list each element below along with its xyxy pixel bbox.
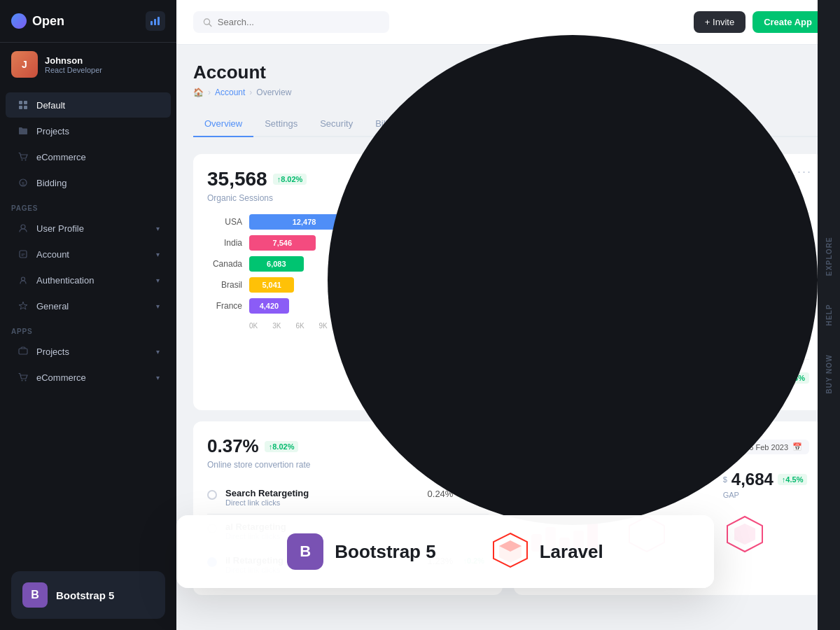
- tab-api-keys[interactable]: API Keys: [538, 111, 598, 137]
- tab-billing[interactable]: Billing: [364, 111, 411, 137]
- target-value-actual: 8,035: [633, 470, 675, 489]
- projects-app-icon: [17, 345, 29, 358]
- create-app-button[interactable]: Create App: [752, 11, 823, 33]
- nav-label-user-profile: User Profile: [36, 223, 84, 234]
- date-range: 18 Jan 2023 - 16 Feb 2023: [696, 443, 788, 451]
- stat-badge-social: ↑2.2%: [690, 174, 720, 185]
- nav-label-ecommerce: eCommerce: [36, 152, 86, 162]
- svg-text:May 26: May 26: [573, 290, 589, 296]
- stats-grid: ··· 35,568 ↑8.02% Organic Sessions USA 1…: [193, 154, 823, 410]
- instagram-badge: ↑8.3%: [779, 372, 809, 384]
- breadcrumb-account[interactable]: Account: [215, 88, 245, 97]
- svg-point-13: [22, 277, 25, 281]
- target-item-targets: $ 12,706 Targets for April: [528, 470, 614, 499]
- svg-text:May 10: May 10: [476, 290, 492, 296]
- topbar: + Invite Create App: [176, 0, 840, 45]
- tab-referrals[interactable]: Referrals: [479, 111, 539, 137]
- sidebar: Open J Johnson React Developer: [0, 0, 176, 630]
- youtube-badge: ↑4.1%: [779, 335, 809, 346]
- retargeting-item-search: Search Retargeting Direct link clicks 0.…: [207, 481, 489, 514]
- nav-item-bidding[interactable]: $ Bidding: [6, 170, 171, 195]
- svg-rect-38: [648, 301, 653, 303]
- svg-text:in: in: [644, 264, 650, 272]
- more-button-1[interactable]: ···: [370, 165, 384, 178]
- targets-title: Monthly Targets: [528, 435, 608, 447]
- nav-label-ecommerce-app: eCommerce: [36, 372, 86, 383]
- dribbble-value: 579: [753, 225, 769, 235]
- more-button-2[interactable]: ···: [584, 165, 598, 178]
- analytics-icon[interactable]: [146, 11, 165, 31]
- target-value-targets: 12,706: [536, 470, 587, 489]
- slack-icon: [635, 291, 660, 316]
- nav-item-projects[interactable]: Projects: [6, 118, 171, 144]
- svg-text:$: $: [22, 181, 24, 186]
- social-item-slack: Slack Messenger 794 ↑0.2%: [635, 286, 809, 323]
- topbar-right: + Invite Create App: [694, 11, 823, 33]
- stat-value-social: 5,037: [635, 168, 684, 190]
- stat-value-organic: 35,568: [207, 168, 267, 190]
- linkedin-badge: ↓0.4%: [779, 261, 809, 272]
- invite-button[interactable]: + Invite: [694, 11, 746, 33]
- social-list: Dribbble Community 579 ↑2.6% in Linked I…: [635, 211, 809, 396]
- tab-logs[interactable]: Logs: [598, 111, 640, 137]
- tab-security[interactable]: Security: [309, 111, 364, 137]
- user-info: Johnson React Developer: [45, 55, 102, 74]
- instagram-value: 1,458: [746, 373, 769, 384]
- account-icon: [17, 248, 29, 260]
- auth-icon: [17, 274, 29, 286]
- nav-item-ecommerce[interactable]: eCommerce: [6, 144, 171, 169]
- page-title: Account: [193, 62, 823, 83]
- bar-row-india: India 7,546: [207, 235, 382, 251]
- buy-now-label[interactable]: Buy now: [825, 354, 833, 394]
- bootstrap-name: Bootstrap 5: [335, 541, 435, 563]
- svg-point-11: [21, 225, 25, 229]
- bar-india: 7,546: [249, 235, 316, 251]
- bar-row-canada: Canada 6,083: [207, 256, 382, 272]
- explore-label[interactable]: Explore: [825, 237, 833, 276]
- nav-item-default[interactable]: Default: [6, 92, 171, 118]
- svg-rect-36: [648, 304, 650, 309]
- targets-row: $ 12,706 Targets for April $ 8,035 Actua…: [528, 470, 809, 499]
- nav-item-authentication[interactable]: Authentication ▾: [6, 267, 171, 293]
- stat-card-social-networks: ··· 5,037 ↑2.2% Visits by Social Network…: [621, 154, 823, 410]
- avatar: J: [11, 51, 38, 78]
- search-input[interactable]: [218, 17, 379, 27]
- line-chart-svg: 250 212.5 175 137.5 100: [421, 214, 595, 298]
- bar-brasil: 5,041: [249, 277, 294, 293]
- general-icon: [17, 300, 29, 312]
- more-button-3[interactable]: ···: [797, 165, 812, 178]
- help-label[interactable]: Help: [825, 304, 833, 326]
- logo-icon: [11, 13, 27, 29]
- nav-label-bidding: Bidding: [36, 178, 66, 188]
- nav-item-projects-app[interactable]: Projects ▾: [6, 339, 171, 364]
- tab-overview[interactable]: Overview: [193, 111, 253, 137]
- nav-item-user-profile[interactable]: User Profile ▾: [6, 216, 171, 241]
- right-sidebar: Explore Help Buy now: [818, 0, 840, 630]
- chevron-down-icon-5: ▾: [156, 348, 160, 356]
- rt-pct-search: 0.24%: [428, 489, 454, 499]
- svg-rect-4: [24, 101, 27, 104]
- chevron-down-icon: ▾: [156, 225, 160, 232]
- social-item-linkedin: in Linked In Social Media 1,088 ↓0.4%: [635, 248, 809, 286]
- target-label-targets: Targets for April: [528, 491, 614, 499]
- youtube-value: 978: [753, 336, 769, 346]
- bar-chart: USA 12,478 India 7,546 Canada: [207, 214, 382, 330]
- nav-label-projects-app: Projects: [36, 346, 69, 357]
- tab-settings[interactable]: Settings: [253, 111, 309, 137]
- chevron-down-icon-3: ▾: [156, 276, 160, 284]
- youtube-name: YouTube: [667, 332, 746, 342]
- nav-item-account[interactable]: Account ▾: [6, 241, 171, 267]
- nav-item-ecommerce-app[interactable]: eCommerce ▾: [6, 365, 171, 390]
- bar-row-france: France 4,420: [207, 298, 382, 314]
- svg-rect-0: [150, 21, 153, 25]
- search-box[interactable]: [193, 11, 389, 33]
- dribbble-badge: ↑2.6%: [779, 224, 809, 235]
- social-item-instagram: Instagram Social Network 1,458 ↑8.3%: [635, 360, 809, 396]
- nav-item-general[interactable]: General ▾: [6, 293, 171, 318]
- svg-text:250: 250: [421, 222, 430, 228]
- target-item-gap: $ 4,684 ↑4.5% GAP: [723, 470, 809, 499]
- svg-text:May 04: May 04: [434, 290, 450, 296]
- line-chart-wrap: 250 212.5 175 137.5 100: [421, 214, 595, 301]
- framework-overlay: B Bootstrap 5 Laravel: [176, 515, 714, 588]
- tab-statements[interactable]: Statements: [411, 111, 479, 137]
